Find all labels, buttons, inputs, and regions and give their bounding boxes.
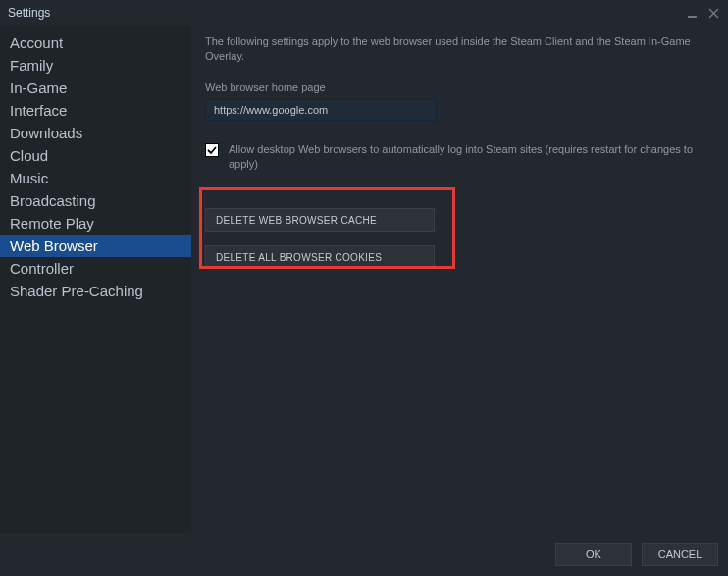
sidebar-item-cloud[interactable]: Cloud: [0, 144, 191, 167]
sidebar: AccountFamilyIn-GameInterfaceDownloadsCl…: [0, 26, 191, 533]
cancel-button[interactable]: CANCEL: [642, 543, 718, 566]
homepage-label: Web browser home page: [205, 81, 714, 93]
action-buttons-area: DELETE WEB BROWSER CACHE DELETE ALL BROW…: [205, 208, 714, 269]
sidebar-item-broadcasting[interactable]: Broadcasting: [0, 189, 191, 212]
sidebar-item-family[interactable]: Family: [0, 54, 191, 77]
sidebar-item-controller[interactable]: Controller: [0, 257, 191, 280]
content-panel: The following settings apply to the web …: [191, 26, 728, 533]
sidebar-item-shader-pre-caching[interactable]: Shader Pre-Caching: [0, 280, 191, 302]
delete-cache-button[interactable]: DELETE WEB BROWSER CACHE: [205, 208, 435, 232]
sidebar-item-music[interactable]: Music: [0, 167, 191, 189]
titlebar-controls: [685, 6, 720, 20]
sidebar-item-remote-play[interactable]: Remote Play: [0, 212, 191, 235]
titlebar: Settings: [0, 0, 728, 26]
homepage-input[interactable]: [205, 99, 437, 121]
minimize-icon[interactable]: [685, 6, 699, 20]
ok-button[interactable]: OK: [555, 543, 632, 566]
auto-login-row: Allow desktop Web browsers to automatica…: [205, 142, 714, 172]
sidebar-item-account[interactable]: Account: [0, 31, 191, 54]
auto-login-checkbox[interactable]: [205, 143, 219, 157]
delete-cookies-button[interactable]: DELETE ALL BROWSER COOKIES: [205, 245, 435, 269]
close-icon[interactable]: [706, 6, 720, 20]
sidebar-item-in-game[interactable]: In-Game: [0, 77, 191, 99]
sidebar-item-downloads[interactable]: Downloads: [0, 122, 191, 144]
footer: OK CANCEL: [0, 533, 728, 576]
settings-window: Settings AccountFamilyIn-GameInterfaceDo…: [0, 0, 728, 576]
sidebar-item-interface[interactable]: Interface: [0, 99, 191, 122]
sidebar-item-web-browser[interactable]: Web Browser: [0, 235, 191, 257]
panel-description: The following settings apply to the web …: [205, 34, 714, 64]
window-title: Settings: [8, 6, 50, 20]
auto-login-label: Allow desktop Web browsers to automatica…: [229, 142, 714, 172]
window-body: AccountFamilyIn-GameInterfaceDownloadsCl…: [0, 26, 728, 533]
